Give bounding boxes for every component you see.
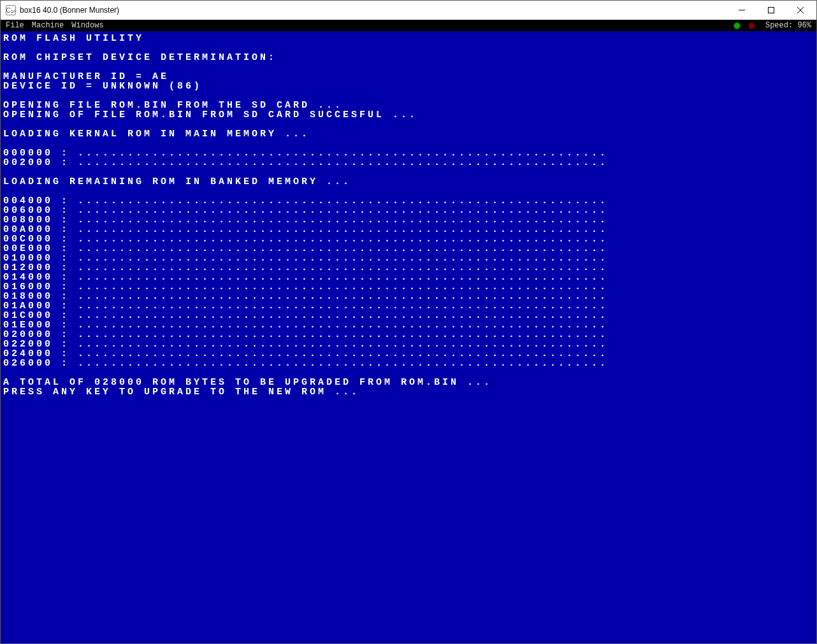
maximize-button[interactable] — [756, 1, 786, 20]
terminal-line: 018000 : ...............................… — [3, 292, 814, 301]
emulator-screen[interactable]: ROM FLASH UTILITYROM CHIPSET DEVICE DETE… — [1, 31, 816, 643]
terminal-line — [3, 62, 814, 72]
close-icon — [797, 7, 804, 13]
terminal-line: 004000 : ...............................… — [3, 196, 814, 206]
terminal-line: 002000 : ...............................… — [3, 158, 814, 168]
menubar: File Machine Windows Speed: 96% — [1, 20, 816, 31]
terminal-line — [3, 168, 814, 177]
terminal-line: OPENING OF FILE ROM.BIN FROM SD CARD SUC… — [3, 110, 814, 120]
terminal-line: 020000 : ...............................… — [3, 330, 814, 340]
terminal-line: LOADING KERNAL ROM IN MAIN MEMORY ... — [3, 129, 814, 139]
minimize-icon — [739, 7, 745, 13]
minimize-button[interactable] — [727, 1, 756, 20]
menu-windows[interactable]: Windows — [71, 21, 103, 30]
menu-machine[interactable]: Machine — [32, 21, 64, 30]
terminal-line: ROM CHIPSET DEVICE DETERMINATION: — [3, 53, 814, 62]
terminal-line: 00E000 : ...............................… — [3, 244, 814, 254]
speed-indicator: Speed: 96% — [765, 21, 811, 30]
terminal-line: 014000 : ...............................… — [3, 273, 814, 282]
terminal-line: ROM FLASH UTILITY — [3, 34, 814, 43]
terminal-line: 008000 : ...............................… — [3, 215, 814, 225]
terminal-line — [3, 120, 814, 129]
terminal-line: 00A000 : ...............................… — [3, 225, 814, 234]
terminal-line: OPENING FILE ROM.BIN FROM THE SD CARD ..… — [3, 101, 814, 110]
close-button[interactable] — [786, 1, 815, 20]
terminal-line: 024000 : ...............................… — [3, 349, 814, 359]
terminal-line: 006000 : ...............................… — [3, 206, 814, 215]
app-window: C₁₆ box16 40.0 (Bonner Munster) File Mac… — [0, 0, 817, 644]
terminal-line: 01A000 : ...............................… — [3, 301, 814, 311]
terminal-line — [3, 91, 814, 101]
terminal-line: MANUFACTURER ID = AE — [3, 72, 814, 82]
terminal-line — [3, 187, 814, 196]
terminal-line: 000000 : ...............................… — [3, 148, 814, 158]
terminal-line — [3, 43, 814, 53]
terminal-line: 012000 : ...............................… — [3, 263, 814, 273]
app-icon: C₁₆ — [6, 5, 16, 15]
terminal-line: DEVICE ID = UNKNOWN (86) — [3, 82, 814, 91]
speed-label: Speed: — [765, 21, 793, 30]
window-title: box16 40.0 (Bonner Munster) — [20, 6, 119, 15]
terminal-line: 026000 : ...............................… — [3, 359, 814, 368]
terminal-line: 022000 : ...............................… — [3, 340, 814, 349]
terminal-line: LOADING REMAINING ROM IN BANKED MEMORY .… — [3, 177, 814, 187]
terminal-line: 01C000 : ...............................… — [3, 311, 814, 320]
terminal-line: PRESS ANY KEY TO UPGRADE TO THE NEW ROM … — [3, 387, 814, 397]
maximize-icon — [768, 7, 774, 13]
menu-file[interactable]: File — [6, 21, 24, 30]
terminal-line: 010000 : ...............................… — [3, 254, 814, 263]
status-led-green — [734, 22, 741, 29]
speed-value: 96% — [797, 21, 811, 30]
svg-rect-1 — [769, 8, 774, 13]
status-led-red — [748, 22, 755, 29]
terminal-line — [3, 368, 814, 378]
terminal-line: 016000 : ...............................… — [3, 282, 814, 292]
terminal-line — [3, 139, 814, 148]
terminal-line: A TOTAL OF 028000 ROM BYTES TO BE UPGRAD… — [3, 378, 814, 387]
terminal-line: 00C000 : ...............................… — [3, 234, 814, 244]
terminal-line: 01E000 : ...............................… — [3, 320, 814, 330]
titlebar: C₁₆ box16 40.0 (Bonner Munster) — [1, 1, 816, 20]
